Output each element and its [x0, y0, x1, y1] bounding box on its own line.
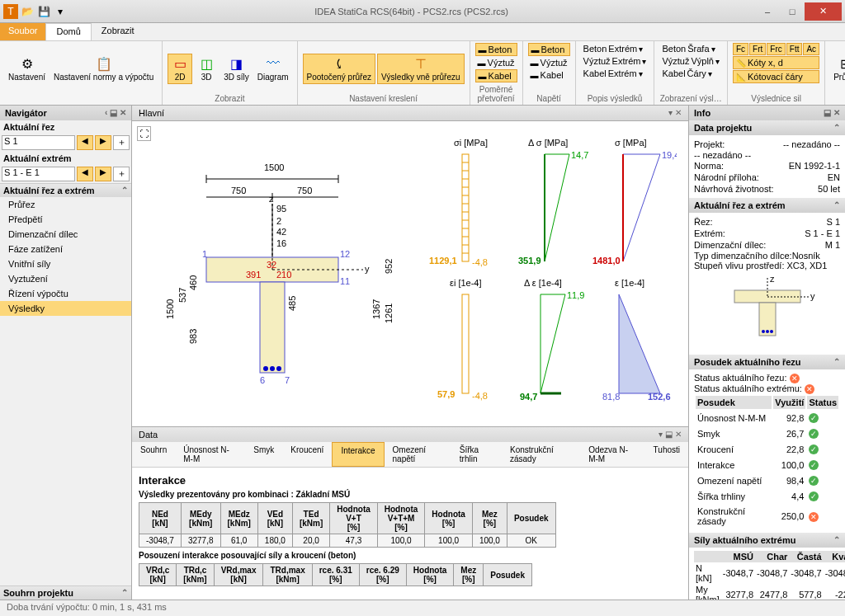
drawing-canvas[interactable]: ⛶ 1500 750750 1 12 11 6 7 32 3 — [132, 121, 688, 426]
pretvoreni-vyztuz[interactable]: ▬ Výztuž — [475, 57, 517, 68]
rez-next[interactable]: ▶ — [95, 135, 111, 150]
nav-list-1: PrůřezPředpětíDimenzační dílecFáze zatíž… — [0, 197, 131, 585]
napeti-vyztuz[interactable]: ▬ Výztuž — [528, 57, 570, 68]
forces-table: MSÚCharČastáKvazi N [kN]-3048,7-3048,7-3… — [694, 551, 845, 600]
svg-marker-54 — [545, 154, 569, 261]
svg-point-35 — [270, 366, 275, 371]
frt-button[interactable]: Frt — [749, 43, 766, 55]
main-header: Hlavní ▾ ✕ — [132, 106, 688, 121]
svg-text:391: 391 — [246, 270, 261, 280]
titlebar: T 📂 💾 ▾ IDEA StatiCa RCS(64bit) - PCS2.r… — [0, 0, 845, 23]
nav-item[interactable]: Výsledky — [0, 301, 131, 316]
svg-text:εi [1e-4]: εi [1e-4] — [450, 278, 482, 288]
svg-marker-59 — [623, 154, 660, 261]
view-3d-sily-button[interactable]: ◨3D síly — [220, 54, 253, 83]
extrem-prev[interactable]: ◀ — [77, 167, 93, 181]
svg-text:6: 6 — [260, 375, 265, 385]
view-3d-button[interactable]: ◫3D — [194, 54, 219, 83]
fc-button[interactable]: Fc — [733, 43, 748, 55]
svg-text:32: 32 — [267, 260, 276, 270]
svg-text:1129,1: 1129,1 — [429, 256, 457, 266]
nav-item[interactable]: Dimenzační dílec — [0, 227, 131, 242]
data-body[interactable]: Interakce Výsledky prezentovány pro komb… — [132, 468, 688, 600]
minimize-button[interactable]: – — [755, 2, 780, 21]
extrem-next[interactable]: ▶ — [95, 167, 111, 181]
content-area: Navigátor‹ ⬓ ✕ Aktuální řez S 1 ◀ ▶ ＋ Ak… — [0, 106, 845, 600]
dim-1500: 1500 — [264, 162, 284, 172]
diagram-button[interactable]: 〰Diagram — [254, 54, 292, 83]
nav-item[interactable]: Řízení výpočtu — [0, 286, 131, 301]
info-proj-hdr[interactable]: Data projektu⌃ — [689, 120, 845, 135]
main-tab-hlavni[interactable]: Hlavní — [139, 108, 164, 118]
nastaveni-button[interactable]: ⚙Nastavení — [5, 54, 49, 83]
data-subtitle-2: Posouzení interakce posouvající síly a k… — [139, 551, 682, 560]
kotovaci-button[interactable]: 📐 Kótovací čáry — [733, 70, 819, 83]
svg-text:z: z — [770, 274, 775, 284]
svg-text:81,8: 81,8 — [602, 392, 620, 402]
info-akt-hdr[interactable]: Aktuální řez a extrém⌃ — [689, 198, 845, 213]
ftt-button[interactable]: Ftt — [786, 43, 803, 55]
svg-text:Δ σ [MPa]: Δ σ [MPa] — [528, 138, 568, 148]
rez-select[interactable]: S 1 — [2, 135, 75, 150]
close-button[interactable]: ✕ — [805, 2, 842, 21]
tab-zobrazit[interactable]: Zobrazit — [92, 23, 144, 40]
tab-soubor[interactable]: Soubor — [0, 23, 45, 40]
svg-text:ε [1e-4]: ε [1e-4] — [615, 278, 644, 288]
zobr-vyztuz[interactable]: Výztuž Výplň ▾ — [659, 55, 722, 67]
koty-button[interactable]: 📏 Kóty x, d — [733, 56, 819, 69]
zobr-beton[interactable]: Beton Šrafa ▾ — [659, 43, 722, 54]
svg-rect-8 — [260, 282, 285, 373]
frc-button[interactable]: Frc — [767, 43, 785, 55]
vysledky-vne-button[interactable]: ⊤Výsledky vně průřezu — [377, 54, 465, 84]
tab-domu[interactable]: Domů — [45, 23, 91, 40]
save-icon[interactable]: 💾 — [36, 4, 51, 19]
checks-table: PosudekVyužitíStatus Únosnost N-M-M92,8✓… — [694, 394, 840, 529]
data-panel: Data▾ ⬓ ✕ SouhrnÚnosnost N-M-MSmykKrouce… — [132, 426, 688, 600]
nastaveni-normy-button[interactable]: 📋Nastavení normy a výpočtu — [50, 54, 157, 83]
app-icon[interactable]: T — [3, 4, 18, 19]
data-heading: Interakce — [139, 474, 682, 487]
main-pin-icon[interactable]: ▾ ✕ — [668, 108, 682, 118]
navigator-panel: Navigátor‹ ⬓ ✕ Aktuální řez S 1 ◀ ▶ ＋ Ak… — [0, 106, 132, 600]
nav-item[interactable]: Vnitřní síly — [0, 256, 131, 271]
nav-section-2[interactable]: Souhrn projektu⌃ — [0, 585, 131, 600]
info-sily-hdr[interactable]: Síly aktuálního extrému⌃ — [689, 533, 845, 548]
open-icon[interactable]: 📂 — [20, 4, 35, 19]
nav-item[interactable]: Vyztužení — [0, 271, 131, 286]
nav-item[interactable]: Předpětí — [0, 212, 131, 227]
svg-text:351,9: 351,9 — [518, 256, 541, 266]
pretvoreni-beton[interactable]: ▬ Beton — [475, 43, 517, 56]
pootoceny-button[interactable]: ⤹Pootočený průřez — [303, 54, 375, 84]
status-bad-icon: ✕ — [805, 384, 814, 394]
prurez-button[interactable]: ⊞Průřez — [830, 54, 845, 83]
svg-text:750: 750 — [231, 186, 246, 195]
svg-text:14,7: 14,7 — [571, 150, 588, 160]
status-bar: Doba trvání výpočtu: 0 min, 1 s, 431 ms — [0, 600, 845, 616]
maximize-button[interactable]: □ — [780, 2, 805, 21]
rez-add[interactable]: ＋ — [113, 135, 130, 150]
svg-text:460: 460 — [188, 275, 198, 290]
popis-vyztuz[interactable]: Výztuž Extrém ▾ — [581, 55, 649, 67]
nav-section-1[interactable]: Aktuální řez a extrém⌃ — [0, 183, 131, 197]
svg-text:16: 16 — [276, 238, 286, 248]
svg-point-79 — [766, 330, 769, 333]
napeti-beton[interactable]: ▬ Beton — [528, 43, 570, 56]
dropdown-icon[interactable]: ▾ — [53, 4, 68, 19]
ribbon: ⚙Nastavení 📋Nastavení normy a výpočtu ▭2… — [0, 41, 845, 106]
ac-button[interactable]: Ac — [803, 43, 819, 55]
view-2d-button[interactable]: ▭2D — [168, 54, 192, 84]
info-posudek-hdr[interactable]: Posudek aktuálního řezu⌃ — [689, 355, 845, 369]
nav-item[interactable]: Fáze zatížení — [0, 242, 131, 256]
svg-text:7: 7 — [285, 375, 290, 385]
napeti-kabel[interactable]: ▬ Kabel — [528, 69, 570, 81]
svg-text:11,9: 11,9 — [567, 290, 584, 300]
extrem-add[interactable]: ＋ — [113, 167, 130, 181]
svg-point-80 — [770, 330, 773, 333]
popis-kabel[interactable]: Kabel Extrém ▾ — [581, 68, 649, 79]
extrem-select[interactable]: S 1 - E 1 — [2, 167, 75, 181]
pretvoreni-kabel[interactable]: ▬ Kabel — [475, 69, 517, 82]
zobr-kabel[interactable]: Kabel Čáry ▾ — [659, 68, 722, 79]
nav-item[interactable]: Průřez — [0, 197, 131, 212]
popis-beton[interactable]: Beton Extrém ▾ — [581, 43, 649, 54]
rez-prev[interactable]: ◀ — [77, 135, 93, 150]
